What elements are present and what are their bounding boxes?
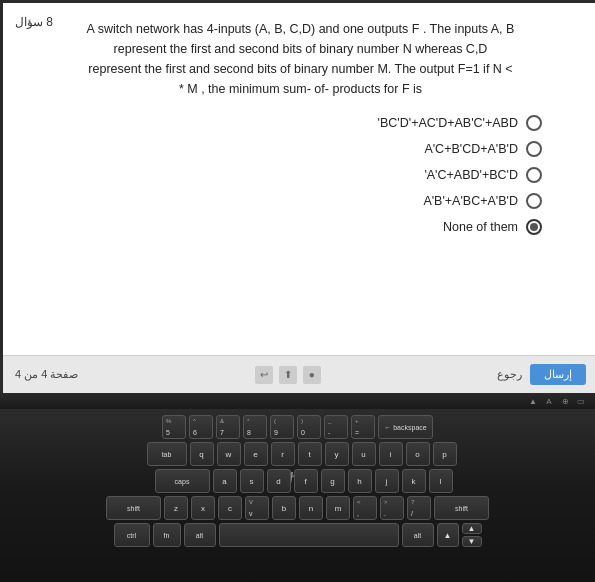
key-u[interactable]: u (352, 442, 376, 466)
key-f[interactable]: f (294, 469, 318, 493)
key-s[interactable]: s (240, 469, 264, 493)
key-0[interactable]: )0 (297, 415, 321, 439)
radio-opt1[interactable] (526, 115, 542, 131)
option-label-3: A'C+ABD'+BC'D' (424, 168, 518, 182)
key-alt-left[interactable]: alt (184, 523, 216, 547)
key-t[interactable]: t (298, 442, 322, 466)
key-5[interactable]: %5 (162, 415, 186, 439)
backspace-key[interactable]: ← backspace (378, 415, 433, 439)
key-row-2: tab q w e r t y u i o p (16, 442, 587, 466)
key-fn[interactable]: fn (153, 523, 181, 547)
key-shift-right[interactable]: shift (434, 496, 489, 520)
option-row-4[interactable]: A'B'+A'BC+A'B'D (423, 193, 542, 209)
key-i[interactable]: i (379, 442, 403, 466)
question-line4: * M , the minimum sum- of- products for … (179, 82, 422, 96)
key-comma[interactable]: <, (353, 496, 377, 520)
key-6[interactable]: ^6 (189, 415, 213, 439)
prev-button[interactable]: رجوع (497, 368, 522, 381)
question-text: A switch network has 4-inputs (A, B, C,D… (19, 19, 582, 99)
key-b[interactable]: b (272, 496, 296, 520)
option-label-5: None of them (443, 220, 518, 234)
send-button[interactable]: إرسال (530, 364, 586, 385)
bezel-icon-2: A (543, 395, 555, 407)
page-info: صفحة 4 من 4 (15, 368, 78, 381)
bottom-bar: صفحة 4 من 4 ↩ ⬆ ● رجوع إرسال (3, 355, 595, 393)
key-9[interactable]: (9 (270, 415, 294, 439)
bottom-icon-1[interactable]: ↩ (255, 366, 273, 384)
key-space[interactable] (219, 523, 399, 547)
bottom-icon-2[interactable]: ⬆ (279, 366, 297, 384)
key-8[interactable]: *8 (243, 415, 267, 439)
key-m[interactable]: m (326, 496, 350, 520)
question-number: 8 سؤال (15, 15, 53, 29)
key-a[interactable]: a (213, 469, 237, 493)
key-g[interactable]: g (321, 469, 345, 493)
key-up-arrow[interactable]: ▲ (437, 523, 459, 547)
key-caps[interactable]: caps (155, 469, 210, 493)
key-row-5: ctrl fn alt alt ▲ ▲ ▼ (8, 523, 587, 547)
laptop-bezel-top: ▲ A ⊕ ▭ (0, 393, 595, 409)
key-minus[interactable]: _- (324, 415, 348, 439)
option-label-1: BC'D'+AC'D+AB'C'+ABD' (378, 116, 518, 130)
key-row-3: caps a s d f g h j k l (20, 469, 587, 493)
key-up[interactable]: ▲ (462, 523, 482, 534)
key-r[interactable]: r (271, 442, 295, 466)
key-q[interactable]: q (190, 442, 214, 466)
question-line3: represent the first and second bits of b… (88, 62, 512, 76)
option-row-2[interactable]: A'C+B'CD+A'B'D (424, 141, 542, 157)
options-area: BC'D'+AC'D+AB'C'+ABD' A'C+B'CD+A'B'D A'C… (19, 115, 582, 235)
option-label-2: A'C+B'CD+A'B'D (424, 142, 518, 156)
key-k[interactable]: k (402, 469, 426, 493)
key-j[interactable]: j (375, 469, 399, 493)
key-c[interactable]: c (218, 496, 242, 520)
key-plus[interactable]: += (351, 415, 375, 439)
key-d[interactable]: d (267, 469, 291, 493)
key-x[interactable]: x (191, 496, 215, 520)
key-row-1: %5 ^6 &7 *8 (9 )0 _- += ← backspace (8, 415, 587, 439)
radio-opt3[interactable] (526, 167, 542, 183)
key-p[interactable]: p (433, 442, 457, 466)
key-down[interactable]: ▼ (462, 536, 482, 547)
bottom-buttons: رجوع إرسال (497, 364, 586, 385)
key-l[interactable]: l (429, 469, 453, 493)
key-o[interactable]: o (406, 442, 430, 466)
key-row-4: shift z x c Vv b n m <, >. ?/ shift (8, 496, 587, 520)
key-e[interactable]: e (244, 442, 268, 466)
key-y[interactable]: y (325, 442, 349, 466)
option-label-4: A'B'+A'BC+A'B'D (423, 194, 518, 208)
key-alt-right[interactable]: alt (402, 523, 434, 547)
key-n[interactable]: n (299, 496, 323, 520)
key-ctrl-left[interactable]: ctrl (114, 523, 150, 547)
radio-opt5[interactable] (526, 219, 542, 235)
key-w[interactable]: w (217, 442, 241, 466)
keyboard-area: hp %5 ^6 &7 *8 (9 )0 _- += ← backspace t… (0, 409, 595, 582)
bezel-icons: ▲ A ⊕ ▭ (527, 395, 587, 407)
radio-opt2[interactable] (526, 141, 542, 157)
bezel-icon-4: ▭ (575, 395, 587, 407)
option-row-1[interactable]: BC'D'+AC'D+AB'C'+ABD' (378, 115, 542, 131)
radio-opt4[interactable] (526, 193, 542, 209)
option-row-3[interactable]: A'C+ABD'+BC'D' (424, 167, 542, 183)
question-line1: A switch network has 4-inputs (A, B, C,D… (87, 22, 515, 36)
key-v[interactable]: Vv (245, 496, 269, 520)
key-7[interactable]: &7 (216, 415, 240, 439)
key-tab[interactable]: tab (147, 442, 187, 466)
option-row-5[interactable]: None of them (443, 219, 542, 235)
key-h[interactable]: h (348, 469, 372, 493)
bezel-icon-3: ⊕ (559, 395, 571, 407)
key-z[interactable]: z (164, 496, 188, 520)
key-rows: %5 ^6 &7 *8 (9 )0 _- += ← backspace tab … (8, 413, 587, 547)
bezel-icon-1: ▲ (527, 395, 539, 407)
bottom-icon-3[interactable]: ● (303, 366, 321, 384)
key-period[interactable]: >. (380, 496, 404, 520)
key-shift-left[interactable]: shift (106, 496, 161, 520)
screen: 8 سؤال A switch network has 4-inputs (A,… (3, 3, 595, 393)
bottom-icons: ↩ ⬆ ● (255, 366, 321, 384)
key-slash[interactable]: ?/ (407, 496, 431, 520)
question-line2: represent the first and second bits of b… (114, 42, 488, 56)
